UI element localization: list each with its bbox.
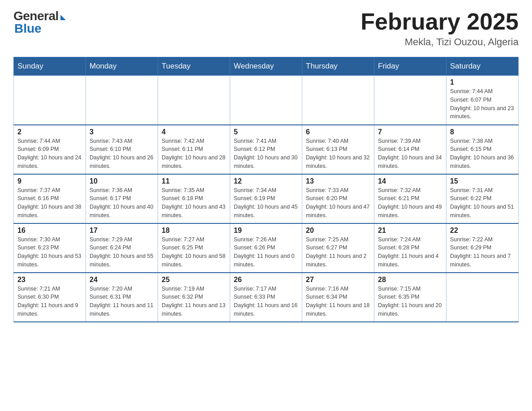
- day-info: Sunrise: 7:20 AMSunset: 6:31 PMDaylight:…: [90, 285, 154, 318]
- day-info: Sunrise: 7:29 AMSunset: 6:24 PMDaylight:…: [90, 235, 154, 269]
- calendar-cell: [86, 76, 158, 125]
- calendar-week-1: 1Sunrise: 7:44 AMSunset: 6:07 PMDaylight…: [14, 76, 519, 125]
- day-number: 16: [17, 227, 82, 235]
- day-of-week-tuesday: Tuesday: [158, 57, 230, 76]
- calendar-title: February 2025: [360, 9, 519, 34]
- day-info: Sunrise: 7:39 AMSunset: 6:14 PMDaylight:…: [378, 137, 442, 171]
- calendar-cell: 13Sunrise: 7:33 AMSunset: 6:20 PMDayligh…: [302, 174, 374, 223]
- calendar-cell: 27Sunrise: 7:16 AMSunset: 6:34 PMDayligh…: [302, 273, 374, 322]
- day-info: Sunrise: 7:24 AMSunset: 6:28 PMDaylight:…: [378, 235, 442, 269]
- logo-arrow-icon: [60, 15, 66, 20]
- logo-blue-text: Blue: [14, 21, 42, 36]
- day-info: Sunrise: 7:37 AMSunset: 6:16 PMDaylight:…: [17, 186, 82, 220]
- day-number: 27: [306, 276, 370, 284]
- calendar-table: SundayMondayTuesdayWednesdayThursdayFrid…: [13, 57, 519, 322]
- day-info: Sunrise: 7:42 AMSunset: 6:11 PMDaylight:…: [162, 137, 226, 171]
- calendar-cell: 1Sunrise: 7:44 AMSunset: 6:07 PMDaylight…: [446, 76, 519, 125]
- day-info: Sunrise: 7:27 AMSunset: 6:25 PMDaylight:…: [162, 235, 226, 269]
- day-of-week-wednesday: Wednesday: [230, 57, 302, 76]
- calendar-cell: 7Sunrise: 7:39 AMSunset: 6:14 PMDaylight…: [374, 125, 446, 174]
- calendar-cell: 6Sunrise: 7:40 AMSunset: 6:13 PMDaylight…: [302, 125, 374, 174]
- calendar-cell: 18Sunrise: 7:27 AMSunset: 6:25 PMDayligh…: [158, 223, 230, 273]
- calendar-cell: [158, 76, 230, 125]
- day-info: Sunrise: 7:26 AMSunset: 6:26 PMDaylight:…: [234, 235, 298, 269]
- calendar-cell: 19Sunrise: 7:26 AMSunset: 6:26 PMDayligh…: [230, 223, 302, 273]
- calendar-cell: 23Sunrise: 7:21 AMSunset: 6:30 PMDayligh…: [14, 273, 86, 322]
- day-info: Sunrise: 7:34 AMSunset: 6:19 PMDaylight:…: [234, 186, 298, 220]
- day-number: 28: [378, 276, 442, 284]
- calendar-cell: [14, 76, 86, 125]
- calendar-cell: [302, 76, 374, 125]
- calendar-cell: 8Sunrise: 7:38 AMSunset: 6:15 PMDaylight…: [446, 125, 519, 174]
- day-number: 9: [17, 177, 82, 185]
- calendar-cell: 15Sunrise: 7:31 AMSunset: 6:22 PMDayligh…: [446, 174, 519, 223]
- calendar-cell: 3Sunrise: 7:43 AMSunset: 6:10 PMDaylight…: [86, 125, 158, 174]
- calendar-cell: 22Sunrise: 7:22 AMSunset: 6:29 PMDayligh…: [446, 223, 519, 273]
- day-info: Sunrise: 7:16 AMSunset: 6:34 PMDaylight:…: [306, 285, 370, 318]
- day-number: 6: [306, 128, 370, 136]
- day-of-week-monday: Monday: [86, 57, 158, 76]
- day-number: 20: [306, 227, 370, 235]
- logo: General Blue: [13, 9, 66, 36]
- day-number: 22: [450, 227, 515, 235]
- calendar-cell: 14Sunrise: 7:32 AMSunset: 6:21 PMDayligh…: [374, 174, 446, 223]
- day-number: 11: [162, 177, 226, 185]
- day-number: 4: [162, 128, 226, 136]
- day-info: Sunrise: 7:33 AMSunset: 6:20 PMDaylight:…: [306, 186, 370, 220]
- calendar-cell: 4Sunrise: 7:42 AMSunset: 6:11 PMDaylight…: [158, 125, 230, 174]
- day-info: Sunrise: 7:35 AMSunset: 6:18 PMDaylight:…: [162, 186, 226, 220]
- day-number: 12: [234, 177, 298, 185]
- day-number: 13: [306, 177, 370, 185]
- days-of-week-row: SundayMondayTuesdayWednesdayThursdayFrid…: [14, 57, 519, 76]
- day-info: Sunrise: 7:15 AMSunset: 6:35 PMDaylight:…: [378, 285, 442, 318]
- day-of-week-saturday: Saturday: [446, 57, 519, 76]
- day-info: Sunrise: 7:21 AMSunset: 6:30 PMDaylight:…: [17, 285, 82, 318]
- page-header: General Blue February 2025 Mekla, Tizi O…: [13, 9, 519, 48]
- calendar-cell: [374, 76, 446, 125]
- day-of-week-thursday: Thursday: [302, 57, 374, 76]
- day-number: 5: [234, 128, 298, 136]
- calendar-cell: 9Sunrise: 7:37 AMSunset: 6:16 PMDaylight…: [14, 174, 86, 223]
- day-number: 15: [450, 177, 515, 185]
- calendar-cell: 20Sunrise: 7:25 AMSunset: 6:27 PMDayligh…: [302, 223, 374, 273]
- day-info: Sunrise: 7:17 AMSunset: 6:33 PMDaylight:…: [234, 285, 298, 318]
- calendar-subtitle: Mekla, Tizi Ouzou, Algeria: [360, 36, 519, 48]
- day-info: Sunrise: 7:36 AMSunset: 6:17 PMDaylight:…: [90, 186, 154, 220]
- day-info: Sunrise: 7:22 AMSunset: 6:29 PMDaylight:…: [450, 235, 515, 269]
- day-info: Sunrise: 7:32 AMSunset: 6:21 PMDaylight:…: [378, 186, 442, 220]
- calendar-cell: [230, 76, 302, 125]
- calendar-cell: 5Sunrise: 7:41 AMSunset: 6:12 PMDaylight…: [230, 125, 302, 174]
- day-number: 2: [17, 128, 82, 136]
- day-of-week-sunday: Sunday: [14, 57, 86, 76]
- day-number: 14: [378, 177, 442, 185]
- calendar-week-4: 16Sunrise: 7:30 AMSunset: 6:23 PMDayligh…: [14, 223, 519, 273]
- day-info: Sunrise: 7:31 AMSunset: 6:22 PMDaylight:…: [450, 186, 515, 220]
- day-number: 17: [90, 227, 154, 235]
- calendar-cell: 10Sunrise: 7:36 AMSunset: 6:17 PMDayligh…: [86, 174, 158, 223]
- day-info: Sunrise: 7:44 AMSunset: 6:09 PMDaylight:…: [17, 137, 82, 171]
- day-info: Sunrise: 7:25 AMSunset: 6:27 PMDaylight:…: [306, 235, 370, 269]
- day-number: 24: [90, 276, 154, 284]
- day-info: Sunrise: 7:43 AMSunset: 6:10 PMDaylight:…: [90, 137, 154, 171]
- calendar-cell: 16Sunrise: 7:30 AMSunset: 6:23 PMDayligh…: [14, 223, 86, 273]
- day-number: 25: [162, 276, 226, 284]
- day-info: Sunrise: 7:40 AMSunset: 6:13 PMDaylight:…: [306, 137, 370, 171]
- calendar-week-5: 23Sunrise: 7:21 AMSunset: 6:30 PMDayligh…: [14, 273, 519, 322]
- day-number: 23: [17, 276, 82, 284]
- day-info: Sunrise: 7:38 AMSunset: 6:15 PMDaylight:…: [450, 137, 515, 171]
- calendar-cell: 17Sunrise: 7:29 AMSunset: 6:24 PMDayligh…: [86, 223, 158, 273]
- calendar-week-3: 9Sunrise: 7:37 AMSunset: 6:16 PMDaylight…: [14, 174, 519, 223]
- day-number: 1: [450, 78, 515, 86]
- calendar-cell: 26Sunrise: 7:17 AMSunset: 6:33 PMDayligh…: [230, 273, 302, 322]
- day-info: Sunrise: 7:44 AMSunset: 6:07 PMDaylight:…: [450, 87, 515, 121]
- calendar-cell: 12Sunrise: 7:34 AMSunset: 6:19 PMDayligh…: [230, 174, 302, 223]
- day-number: 10: [90, 177, 154, 185]
- calendar-cell: 28Sunrise: 7:15 AMSunset: 6:35 PMDayligh…: [374, 273, 446, 322]
- day-number: 21: [378, 227, 442, 235]
- calendar-week-2: 2Sunrise: 7:44 AMSunset: 6:09 PMDaylight…: [14, 125, 519, 174]
- day-number: 19: [234, 227, 298, 235]
- day-of-week-friday: Friday: [374, 57, 446, 76]
- day-number: 26: [234, 276, 298, 284]
- calendar-cell: [446, 273, 519, 322]
- calendar-body: 1Sunrise: 7:44 AMSunset: 6:07 PMDaylight…: [14, 76, 519, 322]
